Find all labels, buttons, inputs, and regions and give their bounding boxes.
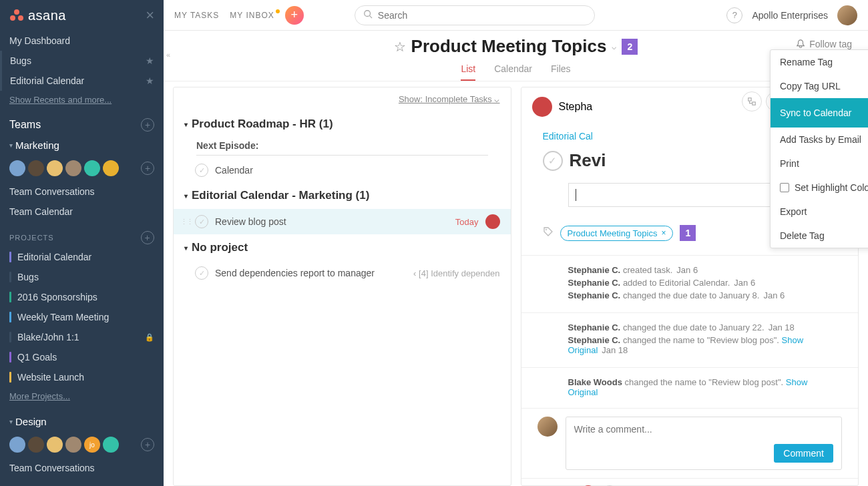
- sidebar-close-icon[interactable]: ×: [146, 7, 154, 24]
- task-row-selected[interactable]: ⋮⋮ ✓ Review blog post Today: [174, 209, 511, 234]
- avatar[interactable]: [47, 160, 63, 176]
- dd-set-highlight-color[interactable]: Set Highlight Color›: [771, 176, 868, 200]
- show-filter[interactable]: Show: Incomplete Tasks ⌵: [399, 94, 500, 104]
- bell-icon: [796, 39, 805, 49]
- subtask-icon[interactable]: [742, 91, 762, 111]
- star-icon: ★: [146, 55, 154, 66]
- task-assignee-avatar[interactable]: [485, 214, 500, 229]
- complete-task-check-icon[interactable]: ✓: [543, 151, 563, 171]
- sidebar-team-conversations[interactable]: Team Conversations: [0, 182, 164, 202]
- avatar[interactable]: [65, 437, 81, 453]
- topbar-my-tasks[interactable]: MY TASKS: [174, 11, 219, 20]
- avatar[interactable]: [28, 160, 44, 176]
- color-square-icon: [780, 183, 789, 192]
- sidebar-more-projects[interactable]: More Projects...: [0, 387, 164, 405]
- main: « MY TASKS MY INBOX + ? Apollo Enterpris…: [164, 0, 868, 486]
- project-color-bar: [9, 312, 11, 322]
- favorite-star-icon[interactable]: ☆: [394, 39, 406, 55]
- task-title[interactable]: Revi: [570, 150, 606, 171]
- sidebar-project-item[interactable]: Website Launch: [0, 367, 164, 387]
- task-check-icon[interactable]: ✓: [195, 266, 208, 280]
- sidebar-project-item[interactable]: Blake/John 1:1🔒: [0, 327, 164, 347]
- search-input[interactable]: [378, 10, 586, 21]
- avatar[interactable]: [84, 160, 100, 176]
- svg-point-2: [18, 15, 23, 21]
- workspace-selector[interactable]: Apollo Enterprises: [752, 10, 828, 21]
- sidebar-team-conversations[interactable]: Team Conversations: [0, 458, 164, 478]
- sidebar-projects-header: PROJECTS +: [0, 222, 164, 247]
- sidebar-project-item[interactable]: Q1 Goals: [0, 347, 164, 367]
- topbar-add-button[interactable]: +: [285, 6, 304, 25]
- sidebar-project-item[interactable]: Weekly Team Meeting: [0, 307, 164, 327]
- task-check-icon[interactable]: ✓: [195, 164, 208, 177]
- avatar[interactable]: [9, 437, 25, 453]
- dd-rename-tag[interactable]: Rename Tag: [771, 50, 868, 74]
- user-avatar[interactable]: [837, 5, 857, 25]
- comment-input[interactable]: [574, 424, 834, 437]
- tag-icon: [543, 226, 554, 240]
- task-list-pane: Show: Incomplete Tasks ⌵ ▾Product Roadma…: [173, 87, 511, 486]
- sidebar-project-item[interactable]: Editorial Calendar: [0, 247, 164, 267]
- sidebar-team-marketing[interactable]: ▾Marketing: [0, 136, 164, 155]
- subtask-indicator: ‹ [4] Identify dependen: [413, 268, 499, 278]
- avatar[interactable]: [65, 160, 81, 176]
- sidebar-project-item[interactable]: 2016 Sponsorships: [0, 287, 164, 307]
- dd-copy-tag-url[interactable]: Copy Tag URL: [771, 74, 868, 98]
- svg-rect-5: [748, 98, 751, 101]
- help-icon[interactable]: ?: [726, 7, 742, 23]
- section-product-roadmap[interactable]: ▾Product Roadmap - HR (1): [174, 111, 511, 138]
- task-activity: Stephanie C. created task.Jan 6 Stephani…: [521, 255, 859, 303]
- dd-add-tasks-email[interactable]: Add Tasks by Email: [771, 128, 868, 152]
- avatar[interactable]: [103, 437, 119, 453]
- comment-button[interactable]: Comment: [774, 444, 833, 463]
- tag-chip[interactable]: Product Meeting Topics×: [560, 226, 674, 241]
- tab-list[interactable]: List: [461, 63, 475, 81]
- avatar[interactable]: [9, 160, 25, 176]
- sidebar-team-calendar[interactable]: Team Calendar: [0, 202, 164, 222]
- sidebar-starred-bugs[interactable]: Bugs★: [0, 51, 164, 71]
- asana-logo[interactable]: asana: [9, 8, 66, 23]
- avatar[interactable]: [47, 437, 63, 453]
- dd-print[interactable]: Print: [771, 152, 868, 176]
- sidebar-team-design[interactable]: ▾Design: [0, 412, 164, 431]
- tab-calendar[interactable]: Calendar: [494, 63, 532, 81]
- search-icon: [363, 9, 373, 21]
- drag-handle-icon[interactable]: ⋮⋮: [180, 218, 188, 226]
- remove-tag-icon[interactable]: ×: [661, 228, 666, 238]
- sidebar-starred-editorial[interactable]: Editorial Calendar★: [0, 71, 164, 91]
- team-design-avatars: jo +: [0, 431, 164, 458]
- topbar: MY TASKS MY INBOX + ? Apollo Enterprises: [164, 0, 868, 31]
- task-check-icon[interactable]: ✓: [195, 215, 208, 228]
- sidebar-show-recents[interactable]: Show Recents and more...: [0, 91, 164, 109]
- task-activity: Blake Woods changed the name to "Review …: [521, 367, 859, 400]
- follow-tag-button[interactable]: Follow tag: [796, 39, 852, 49]
- task-row[interactable]: ✓ Calendar: [174, 158, 511, 182]
- section-editorial-calendar[interactable]: ▾Editorial Calendar - Marketing (1): [174, 182, 511, 209]
- lock-icon: 🔒: [145, 333, 154, 342]
- add-member-icon[interactable]: +: [141, 162, 154, 175]
- title-menu-caret-icon[interactable]: ⌵: [612, 42, 616, 51]
- tab-files[interactable]: Files: [551, 63, 571, 81]
- avatar[interactable]: [28, 437, 44, 453]
- add-team-icon[interactable]: +: [141, 118, 154, 132]
- add-member-icon[interactable]: +: [141, 438, 154, 451]
- dd-export[interactable]: Export›: [771, 200, 868, 224]
- page-header: ☆ Product Meeting Topics ⌵ 2 Follow tag …: [164, 31, 868, 81]
- dd-sync-to-calendar[interactable]: Sync to Calendar 3: [771, 98, 868, 128]
- add-project-icon[interactable]: +: [141, 231, 154, 244]
- sidebar-my-dashboard[interactable]: My Dashboard: [0, 31, 164, 51]
- task-project-link[interactable]: Editorial Cal: [543, 131, 593, 142]
- project-color-bar: [9, 352, 11, 362]
- dd-delete-tag[interactable]: Delete Tag: [771, 224, 868, 248]
- section-sub-label: Next Episode:: [196, 140, 488, 156]
- svg-point-10: [546, 229, 547, 230]
- topbar-my-inbox[interactable]: MY INBOX: [230, 11, 274, 20]
- project-color-bar: [9, 372, 11, 383]
- sidebar-project-item[interactable]: Bugs: [0, 267, 164, 287]
- avatar[interactable]: jo: [84, 437, 100, 453]
- team-marketing-avatars: +: [0, 155, 164, 182]
- assignee-avatar[interactable]: [532, 97, 552, 117]
- avatar[interactable]: [103, 160, 119, 176]
- task-row[interactable]: ✓ Send dependencies report to manager ‹ …: [174, 261, 511, 285]
- section-no-project[interactable]: ▾No project: [174, 234, 511, 261]
